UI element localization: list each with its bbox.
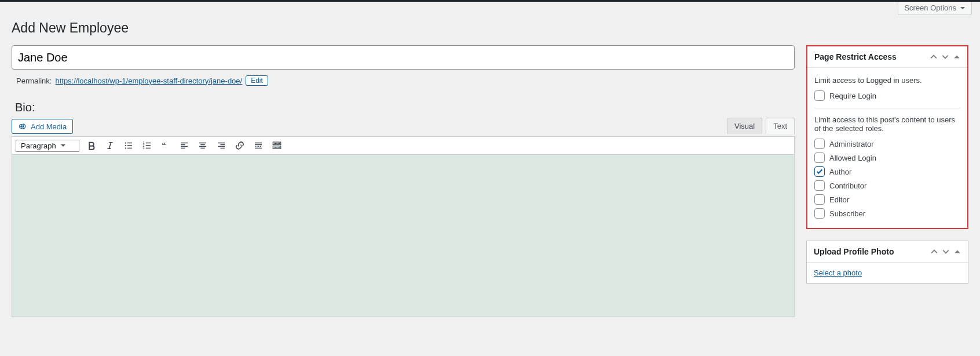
role-label: Administrator [829, 140, 874, 148]
bold-button[interactable] [85, 139, 98, 152]
caret-down-icon [60, 143, 66, 148]
align-center-icon [198, 140, 208, 151]
svg-rect-10 [275, 143, 276, 144]
svg-rect-9 [274, 143, 275, 144]
role-label: Editor [829, 195, 849, 204]
numbered-list-icon: 123 [142, 140, 152, 151]
panel-move-down[interactable] [942, 248, 949, 255]
align-right-icon [216, 140, 226, 151]
role-label: Author [829, 168, 851, 176]
italic-icon [105, 140, 115, 151]
triangle-up-icon [953, 53, 960, 60]
block-format-select[interactable]: Paragraph [16, 140, 79, 152]
link-icon [235, 140, 245, 151]
chevron-down-icon [942, 53, 949, 60]
editor-body[interactable] [12, 155, 795, 317]
read-more-button[interactable] [252, 139, 265, 152]
svg-rect-17 [276, 147, 277, 148]
page-restrict-heading: Page Restrict Access [814, 52, 897, 61]
toolbar-toggle-icon [272, 140, 282, 151]
role-checkbox[interactable] [814, 180, 825, 191]
role-checkbox-row[interactable]: Allowed Login [814, 152, 960, 163]
svg-rect-16 [275, 147, 276, 148]
upload-profile-photo-panel: Upload Profile Photo Select a photo [806, 241, 968, 284]
screen-options-label: Screen Options [904, 3, 956, 12]
chevron-up-icon [931, 248, 938, 255]
tab-visual[interactable]: Visual [727, 118, 762, 134]
link-button[interactable] [233, 139, 246, 152]
role-checkbox[interactable] [814, 152, 825, 163]
chevron-down-icon [942, 248, 949, 255]
role-checkbox[interactable] [814, 194, 825, 205]
caret-down-icon [960, 5, 966, 11]
align-right-button[interactable] [215, 139, 228, 152]
svg-rect-15 [274, 147, 275, 148]
bullet-list-icon [123, 140, 134, 151]
require-login-checkbox[interactable] [814, 90, 825, 101]
permalink-label: Permalink: [16, 77, 52, 85]
quote-icon: “ [160, 140, 171, 151]
panel-toggle[interactable] [953, 53, 960, 60]
svg-rect-13 [279, 143, 280, 144]
limit-login-text: Limit access to Logged in users. [814, 76, 960, 85]
post-title-input[interactable] [12, 45, 795, 70]
bio-label: Bio: [15, 101, 795, 114]
role-label: Subscriber [829, 209, 865, 218]
divider [814, 108, 960, 108]
svg-point-3 [125, 147, 126, 148]
italic-button[interactable] [104, 139, 116, 152]
svg-rect-19 [279, 147, 280, 148]
require-login-label: Require Login [829, 92, 876, 100]
bullet-list-button[interactable] [122, 139, 135, 152]
role-checkbox[interactable] [814, 166, 825, 177]
role-label: Allowed Login [829, 154, 876, 162]
svg-text:3: 3 [143, 146, 145, 150]
screen-options-button[interactable]: Screen Options [898, 2, 972, 15]
numbered-list-button[interactable]: 123 [141, 139, 153, 152]
tab-text[interactable]: Text [766, 118, 795, 134]
panel-move-up[interactable] [930, 53, 937, 60]
align-left-icon [179, 140, 189, 151]
blockquote-button[interactable]: “ [159, 139, 172, 152]
triangle-up-icon [954, 248, 961, 255]
bold-icon [86, 140, 97, 151]
role-checkbox[interactable] [814, 139, 825, 149]
role-checkbox-row[interactable]: Editor [814, 194, 960, 205]
chevron-up-icon [930, 53, 937, 60]
select-photo-link[interactable]: Select a photo [814, 268, 862, 277]
page-title: Add New Employee [12, 15, 968, 38]
align-left-button[interactable] [178, 139, 191, 152]
svg-point-2 [125, 145, 126, 146]
role-checkbox-row[interactable]: Administrator [814, 139, 960, 149]
svg-text:“: “ [162, 140, 166, 150]
role-checkbox-row[interactable]: Subscriber [814, 208, 960, 219]
svg-rect-12 [278, 143, 279, 144]
permalink-link[interactable]: https://localhost/wp-1/employee-staff-di… [55, 77, 242, 85]
role-label: Contributor [829, 181, 866, 190]
editor-toolbar: Paragraph 123 “ [12, 136, 795, 155]
role-checkbox-row[interactable]: Author [814, 166, 960, 177]
panel-move-up[interactable] [931, 248, 938, 255]
edit-permalink-button[interactable]: Edit [246, 75, 268, 86]
media-icon [18, 122, 27, 131]
svg-rect-18 [278, 147, 279, 148]
upload-photo-heading: Upload Profile Photo [814, 247, 894, 256]
require-login-checkbox-row[interactable]: Require Login [814, 90, 960, 101]
toolbar-toggle-button[interactable] [270, 139, 283, 152]
align-center-button[interactable] [196, 139, 209, 152]
role-checkbox[interactable] [814, 208, 825, 219]
role-checkbox-row[interactable]: Contributor [814, 180, 960, 191]
read-more-icon [253, 140, 264, 151]
page-restrict-access-panel: Page Restrict Access Limit access to Log… [806, 45, 968, 229]
svg-point-1 [125, 142, 126, 143]
panel-move-down[interactable] [942, 53, 949, 60]
add-media-button[interactable]: Add Media [12, 119, 73, 134]
svg-rect-11 [276, 143, 277, 144]
panel-toggle[interactable] [954, 248, 961, 255]
add-media-label: Add Media [31, 122, 67, 131]
limit-roles-text: Limit access to this post's content to u… [814, 115, 960, 133]
